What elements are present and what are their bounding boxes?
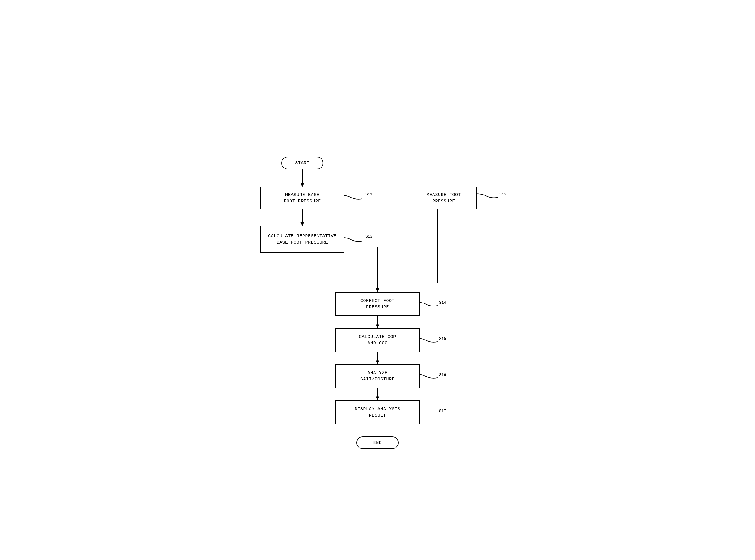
svg-marker-15 — [376, 397, 379, 400]
s16-label: ANALYZEGAIT/POSTURE — [360, 370, 395, 383]
s14-step: S14 — [439, 300, 446, 305]
s13-step: S13 — [499, 192, 506, 197]
s15-label: CALCULATE COPAND COG — [359, 334, 396, 346]
s15-box: CALCULATE COPAND COG — [335, 328, 420, 352]
s12-box: CALCULATE REPRESENTATIVEBASE FOOT PRESSU… — [260, 226, 344, 253]
s14-box: CORRECT FOOTPRESSURE — [335, 292, 420, 316]
s17-step: S17 — [439, 409, 446, 413]
s16-box: ANALYZEGAIT/POSTURE — [335, 364, 420, 388]
end-node: END — [356, 436, 399, 449]
s12-step: S12 — [365, 234, 372, 239]
svg-marker-1 — [301, 183, 304, 187]
svg-marker-3 — [301, 222, 304, 226]
s11-box: MEASURE BASEFOOT PRESSURE — [260, 187, 344, 209]
svg-marker-13 — [376, 361, 379, 364]
s17-box: DISPLAY ANALYSISRESULT — [335, 400, 420, 424]
s11-step: S11 — [365, 192, 372, 197]
s13-box: MEASURE FOOTPRESSURE — [411, 187, 477, 209]
s15-step: S15 — [439, 337, 446, 341]
start-label: START — [295, 160, 310, 166]
s14-label: CORRECT FOOTPRESSURE — [360, 298, 395, 311]
s13-label: MEASURE FOOTPRESSURE — [426, 192, 461, 204]
flowchart: START MEASURE BASEFOOT PRESSURE S11 CALC… — [242, 151, 513, 409]
s16-step: S16 — [439, 373, 446, 377]
svg-marker-11 — [376, 324, 379, 328]
s12-label: CALCULATE REPRESENTATIVEBASE FOOT PRESSU… — [268, 233, 337, 246]
start-node: START — [281, 157, 323, 169]
svg-marker-9 — [376, 288, 379, 292]
s11-label: MEASURE BASEFOOT PRESSURE — [284, 192, 321, 204]
end-label: END — [373, 440, 382, 446]
s17-label: DISPLAY ANALYSISRESULT — [355, 406, 400, 419]
